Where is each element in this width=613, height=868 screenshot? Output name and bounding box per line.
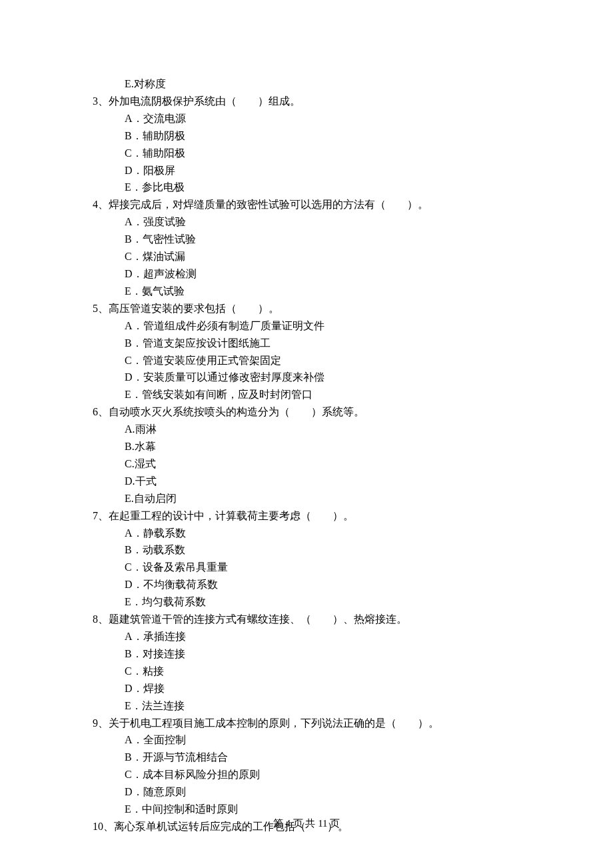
question-text: 焊接完成后，对焊缝质量的致密性试验可以选用的方法有（ ）。 — [109, 199, 428, 210]
option: B.水幕 — [125, 438, 533, 455]
question-text: 关于机电工程项目施工成本控制的原则，下列说法正确的是（ ）。 — [109, 717, 439, 729]
option: D.干式 — [125, 473, 533, 490]
question-text: 高压管道安装的要求包括（ ）。 — [109, 303, 279, 314]
question-text: 在起重工程的设计中，计算载荷主要考虑（ ）。 — [109, 510, 354, 521]
option: E．均匀载荷系数 — [125, 593, 533, 611]
option: A．承插连接 — [125, 628, 533, 645]
option: D．焊接 — [125, 680, 533, 697]
option: B．对接连接 — [125, 645, 533, 663]
questions-container: 3、外加电流阴极保护系统由（ ）组成。A．交流电源B．辅助阴极C．辅助阳极D．阳… — [93, 93, 533, 835]
option: C.湿式 — [125, 455, 533, 473]
question-number: 9、 — [93, 717, 109, 729]
option: D．随意原则 — [125, 783, 533, 801]
option: B．气密性试验 — [125, 231, 533, 248]
option: C．辅助阳极 — [125, 145, 533, 162]
page-footer: 第 4 页 共 11 页 — [0, 815, 613, 831]
question-stem: 4、焊接完成后，对焊缝质量的致密性试验可以选用的方法有（ ）。 — [93, 196, 533, 213]
option: A．全面控制 — [125, 731, 533, 749]
question-number: 4、 — [93, 199, 109, 210]
option: A．强度试验 — [125, 213, 533, 231]
option: B．动载系数 — [125, 541, 533, 559]
question-stem: 9、关于机电工程项目施工成本控制的原则，下列说法正确的是（ ）。 — [93, 715, 533, 732]
option: A．管道组成件必须有制造厂质量证明文件 — [125, 317, 533, 335]
option: E．法兰连接 — [125, 697, 533, 715]
question-stem: 5、高压管道安装的要求包括（ ）。 — [93, 300, 533, 317]
option: A．交流电源 — [125, 110, 533, 127]
question-text: 题建筑管道干管的连接方式有螺纹连接、（ ）、热熔接连。 — [109, 613, 407, 625]
option: E．管线安装如有间断，应及时封闭管口 — [125, 386, 533, 403]
option: C．管道安装应使用正式管架固定 — [125, 352, 533, 369]
trailing-option: E.对称度 — [125, 75, 533, 93]
question-number: 3、 — [93, 95, 109, 107]
question-number: 8、 — [93, 613, 109, 625]
option: B．开源与节流相结合 — [125, 749, 533, 766]
option: A.雨淋 — [125, 421, 533, 438]
option: B．辅助阴极 — [125, 127, 533, 145]
question-number: 6、 — [93, 406, 109, 417]
option: E.自动启闭 — [125, 490, 533, 507]
option: D．超声波检测 — [125, 265, 533, 283]
option: C．粘接 — [125, 663, 533, 680]
option: C．煤油试漏 — [125, 248, 533, 265]
question-stem: 8、题建筑管道干管的连接方式有螺纹连接、（ ）、热熔接连。 — [93, 611, 533, 628]
option: E．氨气试验 — [125, 283, 533, 300]
question-number: 7、 — [93, 510, 109, 521]
question-text: 自动喷水灭火系统按喷头的构造分为（ ）系统等。 — [109, 406, 364, 417]
option: D．阳极屏 — [125, 162, 533, 179]
option: D．不均衡载荷系数 — [125, 576, 533, 593]
option: C．成本目标风险分担的原则 — [125, 766, 533, 783]
option: E．参比电极 — [125, 179, 533, 196]
question-stem: 6、自动喷水灭火系统按喷头的构造分为（ ）系统等。 — [93, 403, 533, 421]
question-text: 外加电流阴极保护系统由（ ）组成。 — [109, 95, 301, 107]
question-stem: 3、外加电流阴极保护系统由（ ）组成。 — [93, 93, 533, 110]
option: D．安装质量可以通过修改密封厚度来补偿 — [125, 369, 533, 386]
question-stem: 7、在起重工程的设计中，计算载荷主要考虑（ ）。 — [93, 507, 533, 525]
option: B．管道支架应按设计图纸施工 — [125, 335, 533, 352]
option: C．设备及索吊具重量 — [125, 559, 533, 576]
option: A．静载系数 — [125, 525, 533, 542]
exam-page: E.对称度 3、外加电流阴极保护系统由（ ）组成。A．交流电源B．辅助阴极C．辅… — [0, 0, 613, 868]
question-number: 5、 — [93, 303, 109, 314]
